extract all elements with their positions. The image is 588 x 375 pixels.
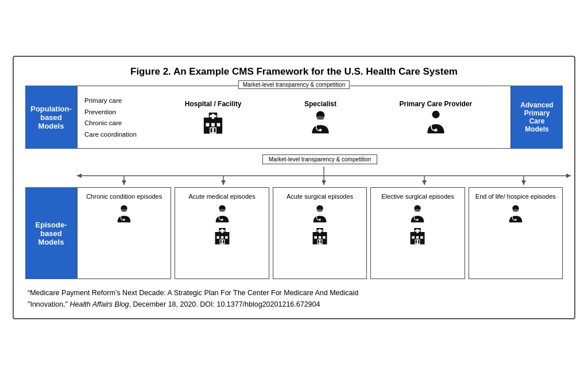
hospital-label: Hospital / Facility	[185, 100, 242, 108]
specialist-label: Specialist	[304, 100, 336, 108]
pcp-icon	[423, 110, 448, 136]
svg-rect-59	[320, 240, 322, 243]
svg-rect-9	[214, 128, 216, 132]
provider-pcp: Primary Care Provider	[399, 100, 472, 136]
market-label-mid: Market-level transparency & competition	[262, 154, 377, 164]
svg-marker-28	[77, 173, 82, 178]
svg-rect-48	[317, 209, 322, 212]
svg-rect-54	[314, 237, 317, 239]
citation: “Medicare Payment Reform’s Next Decade: …	[25, 287, 563, 310]
episodes-grid: Chronic condition episodes Acute medical…	[77, 187, 563, 279]
svg-rect-43	[225, 237, 228, 239]
svg-rect-35	[219, 209, 225, 212]
acute-surgical-hospital-icon	[310, 226, 330, 246]
acute-medical-hospital-icon	[212, 226, 232, 246]
svg-rect-40	[219, 230, 225, 232]
episode-acute-medical: Acute medical episodes	[175, 187, 269, 279]
svg-marker-22	[122, 180, 126, 185]
chronic-doctor-icon	[114, 204, 134, 224]
svg-point-62	[417, 219, 419, 221]
svg-rect-55	[319, 237, 322, 239]
top-inner-box: Market-level transparency & competition …	[77, 86, 511, 149]
episode-acute-medical-title: Acute medical episodes	[189, 192, 256, 201]
episode-label: Episode-based Models	[25, 187, 77, 279]
svg-rect-74	[513, 209, 518, 212]
figure-title: Figure 2. An Example CMS Framework for t…	[25, 66, 563, 78]
svg-rect-71	[416, 240, 417, 243]
episode-chronic-icons	[114, 204, 134, 224]
episode-chronic: Chronic condition episodes	[77, 187, 171, 279]
pop-text-list: Primary care Prevention Chronic care Car…	[84, 95, 153, 140]
svg-rect-46	[223, 240, 224, 243]
svg-rect-69	[421, 237, 424, 239]
top-inner-content: Primary care Prevention Chronic care Car…	[84, 95, 504, 140]
svg-point-49	[319, 219, 320, 221]
svg-rect-58	[318, 240, 319, 243]
acute-medical-doctor-icon	[212, 204, 232, 224]
episode-eol-icons	[506, 204, 525, 224]
pop-text-1: Prevention	[84, 107, 153, 118]
svg-rect-3	[210, 115, 216, 118]
svg-rect-11	[317, 116, 324, 119]
population-label: Population-based Models	[25, 86, 77, 149]
svg-rect-42	[220, 237, 223, 239]
episode-elective-surgical-icons	[408, 204, 427, 246]
market-label-top: Market-level transparency & competition	[238, 80, 350, 89]
svg-rect-61	[415, 209, 420, 212]
bottom-section: Episode-based Models Chronic condition e…	[25, 187, 563, 279]
svg-point-12	[319, 129, 322, 131]
svg-rect-66	[415, 230, 420, 232]
episode-acute-surgical: Acute surgical episodes	[273, 187, 367, 279]
pop-text-0: Primary care	[84, 95, 153, 107]
svg-point-33	[123, 219, 125, 221]
pcp-label: Primary Care Provider	[399, 100, 472, 108]
svg-rect-5	[211, 123, 215, 126]
episode-eol-title: End of life/ hospice episodes	[475, 192, 556, 201]
svg-marker-25	[422, 180, 427, 185]
svg-point-14	[434, 129, 437, 132]
citation-text2: "Innovation," Health Affairs Blog, Decem…	[28, 300, 320, 308]
advanced-primary-care-box: Advanced Primary Care Models	[511, 86, 563, 149]
arrows-svg	[77, 167, 571, 185]
svg-rect-45	[220, 240, 221, 243]
episode-chronic-title: Chronic condition episodes	[86, 192, 162, 201]
figure-container: Figure 2. An Example CMS Framework for t…	[13, 56, 575, 319]
eol-doctor-icon	[506, 204, 525, 224]
svg-rect-8	[211, 128, 212, 132]
elective-surgical-hospital-icon	[408, 226, 427, 246]
arrow-section: Market-level transparency & competition	[77, 154, 563, 185]
svg-point-36	[221, 219, 223, 221]
svg-rect-41	[216, 237, 219, 239]
svg-rect-68	[416, 237, 419, 239]
pop-text-3: Care coordination	[84, 129, 153, 141]
episode-eol: End of life/ hospice episodes	[469, 187, 563, 279]
elective-surgical-doctor-icon	[408, 204, 427, 224]
svg-marker-30	[566, 173, 571, 178]
top-provider-section: Hospital / Facility	[153, 100, 504, 136]
provider-specialist: Specialist	[304, 100, 336, 136]
episode-acute-surgical-title: Acute surgical episodes	[287, 192, 353, 201]
provider-hospital: Hospital / Facility	[185, 100, 242, 136]
svg-rect-4	[206, 123, 210, 126]
top-section: Population-based Models Market-level tra…	[25, 86, 563, 149]
episode-elective-surgical: Elective surgical episodes	[370, 187, 465, 279]
hospital-icon	[200, 110, 226, 136]
svg-rect-72	[419, 240, 420, 243]
pop-text-2: Chronic care	[84, 118, 153, 129]
episode-acute-medical-icons	[212, 204, 232, 246]
svg-marker-23	[221, 180, 226, 185]
svg-rect-56	[323, 237, 326, 239]
svg-rect-53	[317, 230, 322, 232]
svg-point-75	[514, 219, 516, 221]
acute-surgical-doctor-icon	[310, 204, 330, 224]
svg-point-13	[432, 111, 439, 118]
svg-rect-6	[217, 123, 220, 126]
citation-text1: “Medicare Payment Reform’s Next Decade: …	[28, 289, 358, 297]
svg-marker-24	[322, 180, 326, 185]
svg-rect-32	[122, 209, 127, 212]
episode-acute-surgical-icons	[310, 204, 330, 246]
specialist-icon	[308, 110, 333, 136]
episode-elective-surgical-title: Elective surgical episodes	[381, 192, 454, 201]
svg-marker-26	[521, 180, 526, 185]
svg-rect-67	[412, 237, 415, 239]
